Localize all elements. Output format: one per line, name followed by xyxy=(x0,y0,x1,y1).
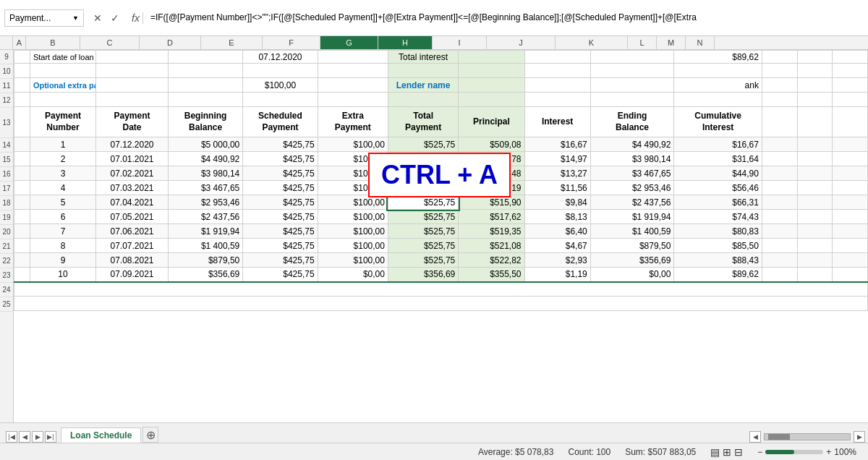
cell-E9[interactable]: 07.12.2020 xyxy=(243,51,318,64)
cell-A24[interactable] xyxy=(14,282,868,297)
cell-G22[interactable]: $525,75 xyxy=(388,253,458,268)
cell-J14[interactable]: $4 490,92 xyxy=(590,137,674,152)
cell-D11[interactable] xyxy=(168,78,242,93)
cell-A19[interactable] xyxy=(14,210,30,224)
cell-I18[interactable]: $9,84 xyxy=(524,195,590,210)
row-num-13[interactable]: 13 xyxy=(0,108,13,138)
cell-A16[interactable] xyxy=(14,166,30,181)
row-num-24[interactable]: 24 xyxy=(0,283,13,297)
cell-F19[interactable]: $100,00 xyxy=(318,210,388,224)
cell-A20[interactable] xyxy=(14,224,30,239)
add-sheet-button[interactable]: ⊕ xyxy=(142,427,158,443)
cell-C16[interactable]: 07.02.2021 xyxy=(96,166,169,181)
cell-K9[interactable]: $89,62 xyxy=(674,51,762,64)
cell-D19[interactable]: $2 437,56 xyxy=(168,210,242,224)
col-header-H[interactable]: H xyxy=(378,36,433,49)
cell-H17[interactable]: $514,19 xyxy=(459,181,524,195)
cell-G21[interactable]: $525,75 xyxy=(388,239,458,253)
cell-G13[interactable]: TotalPayment xyxy=(388,107,458,137)
cell-I19[interactable]: $8,13 xyxy=(524,210,590,224)
cell-B10[interactable] xyxy=(30,64,95,78)
cell-M11[interactable] xyxy=(797,78,833,93)
col-header-I[interactable]: I xyxy=(433,36,487,49)
cell-N12[interactable] xyxy=(833,93,868,107)
cell-D14[interactable]: $5 000,00 xyxy=(168,137,242,152)
col-header-B[interactable]: B xyxy=(26,36,80,49)
cell-J11[interactable] xyxy=(590,78,674,93)
row-num-10[interactable]: 10 xyxy=(0,64,13,79)
cell-H13[interactable]: Principal xyxy=(459,107,524,137)
cell-B19[interactable]: 6 xyxy=(30,210,95,224)
cell-J21[interactable]: $879,50 xyxy=(590,239,674,253)
cell-M20[interactable] xyxy=(797,224,833,239)
cell-K23[interactable]: $89,62 xyxy=(674,268,762,282)
row-num-12[interactable]: 12 xyxy=(0,93,13,108)
cell-J15[interactable]: $3 980,14 xyxy=(590,152,674,166)
cell-M16[interactable] xyxy=(797,166,833,181)
cell-D20[interactable]: $1 919,94 xyxy=(168,224,242,239)
cell-L10[interactable] xyxy=(762,64,797,78)
cell-N22[interactable] xyxy=(833,253,868,268)
col-header-G[interactable]: G xyxy=(320,36,378,49)
cell-A11[interactable] xyxy=(14,78,30,93)
confirm-formula-icon[interactable]: ✓ xyxy=(107,10,123,26)
cell-L21[interactable] xyxy=(762,239,797,253)
cell-I16[interactable]: $13,27 xyxy=(524,166,590,181)
cell-H12[interactable] xyxy=(459,93,524,107)
cell-L16[interactable] xyxy=(762,166,797,181)
name-box[interactable]: Payment... ▼ xyxy=(4,9,84,27)
cell-D23[interactable]: $356,69 xyxy=(168,268,242,282)
horizontal-scroll-right[interactable]: ▶ xyxy=(854,431,865,443)
cell-E20[interactable]: $425,75 xyxy=(243,224,318,239)
cell-L19[interactable] xyxy=(762,210,797,224)
cell-H23[interactable]: $355,50 xyxy=(459,268,524,282)
cell-I20[interactable]: $6,40 xyxy=(524,224,590,239)
cell-E12[interactable] xyxy=(243,93,318,107)
cell-D12[interactable] xyxy=(168,93,242,107)
cell-G20[interactable]: $525,75 xyxy=(388,224,458,239)
cell-B14[interactable]: 1 xyxy=(30,137,95,152)
cell-L15[interactable] xyxy=(762,152,797,166)
cell-F10[interactable] xyxy=(318,64,388,78)
cell-K18[interactable]: $66,31 xyxy=(674,195,762,210)
col-header-M[interactable]: M xyxy=(657,36,686,49)
cell-A10[interactable] xyxy=(14,64,30,78)
cell-H15[interactable]: $510,78 xyxy=(459,152,524,166)
cell-L12[interactable] xyxy=(762,93,797,107)
cell-B21[interactable]: 8 xyxy=(30,239,95,253)
cell-C21[interactable]: 07.07.2021 xyxy=(96,239,169,253)
cell-H9[interactable] xyxy=(459,51,524,64)
cell-D9[interactable] xyxy=(168,51,242,64)
cell-M18[interactable] xyxy=(797,195,833,210)
cell-L17[interactable] xyxy=(762,181,797,195)
cell-B15[interactable]: 2 xyxy=(30,152,95,166)
cell-G14[interactable]: $525,75 xyxy=(388,137,458,152)
cell-J12[interactable] xyxy=(590,93,674,107)
cell-A25[interactable] xyxy=(14,297,868,311)
cell-D13[interactable]: BeginningBalance xyxy=(168,107,242,137)
cell-A17[interactable] xyxy=(14,181,30,195)
cell-M23[interactable] xyxy=(797,268,833,282)
zoom-out-btn[interactable]: − xyxy=(757,447,762,457)
cell-N23[interactable] xyxy=(833,268,868,282)
cell-F22[interactable]: $100,00 xyxy=(318,253,388,268)
cell-N20[interactable] xyxy=(833,224,868,239)
cell-M9[interactable] xyxy=(797,51,833,64)
cell-M15[interactable] xyxy=(797,152,833,166)
col-header-J[interactable]: J xyxy=(487,36,556,49)
cell-K15[interactable]: $31,64 xyxy=(674,152,762,166)
cell-E13[interactable]: ScheduledPayment xyxy=(243,107,318,137)
row-num-16[interactable]: 16 xyxy=(0,167,13,182)
cell-F14[interactable]: $100,00 xyxy=(318,137,388,152)
cell-M14[interactable] xyxy=(797,137,833,152)
cell-L23[interactable] xyxy=(762,268,797,282)
cell-E22[interactable]: $425,75 xyxy=(243,253,318,268)
row-num-18[interactable]: 18 xyxy=(0,196,13,210)
cell-L11[interactable] xyxy=(762,78,797,93)
cell-I14[interactable]: $16,67 xyxy=(524,137,590,152)
col-header-A[interactable]: A xyxy=(13,36,26,49)
cell-M19[interactable] xyxy=(797,210,833,224)
cell-I15[interactable]: $14,97 xyxy=(524,152,590,166)
cell-C22[interactable]: 07.08.2021 xyxy=(96,253,169,268)
cell-A18[interactable] xyxy=(14,195,30,210)
